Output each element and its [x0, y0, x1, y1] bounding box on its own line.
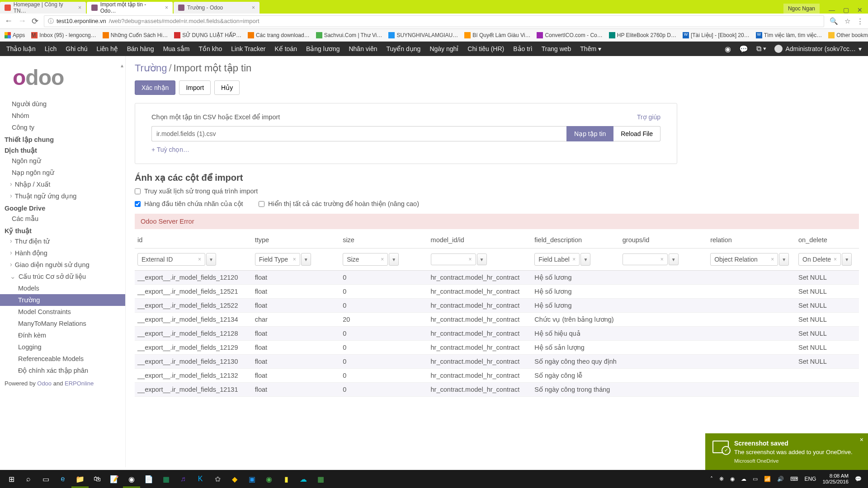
tray-icon[interactable]: ❋ — [719, 476, 724, 482]
nav-item[interactable]: Ngày nghỉ — [429, 45, 458, 52]
clear-icon[interactable]: × — [198, 256, 201, 263]
field-selector-relation[interactable]: Object Relation× — [710, 253, 778, 266]
nav-item[interactable]: Liên hệ — [97, 45, 118, 52]
bookmark-item[interactable]: WTìm việc làm, tìm việc… — [756, 32, 822, 38]
chevron-down-icon[interactable]: ▼ — [477, 253, 487, 265]
menu-icon[interactable]: ⋮ — [857, 17, 863, 25]
activities-icon[interactable]: ⧉ ▾ — [756, 45, 766, 53]
nav-item[interactable]: Chi tiêu (HR) — [467, 45, 504, 52]
explorer-icon[interactable]: 📁 — [71, 470, 89, 488]
field-selector-groups[interactable]: × — [623, 253, 668, 265]
app-icon[interactable]: ♬ — [175, 470, 192, 488]
browser-tab[interactable]: Trường - Odoo × — [174, 2, 259, 14]
reload-icon[interactable]: ⟳ — [32, 16, 38, 26]
debug-icon[interactable]: ◉ — [725, 45, 731, 53]
options-toggle[interactable]: + Tuỳ chọn… — [151, 146, 189, 153]
notifications-icon[interactable]: 💬 — [855, 476, 862, 482]
sidebar-item-attachments[interactable]: Đính kèm — [0, 329, 125, 341]
nav-item[interactable]: Kế toán — [275, 45, 297, 52]
cancel-button[interactable]: Hủy — [214, 80, 240, 95]
task-view-icon[interactable]: ▭ — [37, 470, 54, 488]
nav-item[interactable]: Ghi chú — [66, 45, 87, 52]
edge-icon[interactable]: e — [54, 470, 71, 488]
nav-item[interactable]: Bảng lương — [306, 45, 340, 52]
bookmark-item[interactable]: SUYNGHIVALAMGIAU… — [388, 32, 458, 38]
nav-item[interactable]: Bảo trì — [513, 45, 532, 52]
field-selector-ondelete[interactable]: On Delete× — [798, 253, 841, 266]
bookmark-item[interactable]: Bí Quyết Làm Giàu Vi… — [464, 32, 530, 38]
zoom-icon[interactable]: 🔍 — [830, 17, 838, 25]
help-link[interactable]: Trợ giúp — [637, 113, 660, 121]
tray-chevron-icon[interactable]: ˄ — [710, 476, 713, 482]
nav-item[interactable]: Link Tracker — [231, 45, 265, 52]
bookmark-item[interactable]: Các trang download… — [248, 32, 310, 38]
validate-button[interactable]: Xác nhận — [135, 80, 175, 95]
notepadpp-icon[interactable]: 📝 — [106, 470, 123, 488]
sidebar-item-import-export[interactable]: Nhập / Xuất — [0, 178, 125, 190]
start-button[interactable]: ⊞ — [3, 470, 20, 488]
nav-item[interactable]: Nhân viên — [349, 45, 377, 52]
load-file-button[interactable]: Nạp tập tin — [566, 126, 613, 141]
close-icon[interactable]: × — [78, 5, 81, 11]
info-icon[interactable]: ⓘ — [48, 17, 54, 25]
sidebar-item-constraints[interactable]: Model Constraints — [0, 306, 125, 318]
sidebar-item-groups[interactable]: Nhóm — [0, 110, 125, 122]
field-selector-ttype[interactable]: Field Type× — [255, 253, 300, 266]
ime-icon[interactable]: ENG — [804, 476, 816, 482]
store-icon[interactable]: 🛍 — [89, 470, 106, 488]
history-checkbox[interactable] — [135, 188, 141, 194]
chrome-icon[interactable]: ◉ — [123, 470, 140, 488]
forward-icon[interactable]: → — [18, 16, 26, 26]
onedrive-notification[interactable]: × Screenshot saved The screenshot was ad… — [705, 433, 868, 470]
app-icon[interactable]: K — [192, 470, 209, 488]
chevron-down-icon[interactable]: ▼ — [842, 253, 852, 266]
sidebar-item-fields[interactable]: Trường — [0, 294, 125, 306]
sidebar-item-email[interactable]: Thư điện tử — [0, 235, 125, 247]
bookmark-item[interactable]: Những Cuốn Sách Hi… — [103, 32, 168, 38]
sidebar-item-language[interactable]: Ngôn ngữ — [0, 155, 125, 167]
clear-icon[interactable]: × — [834, 256, 837, 263]
clear-icon[interactable]: × — [381, 256, 384, 263]
chevron-down-icon[interactable]: ▼ — [669, 253, 679, 265]
field-selector-model[interactable]: × — [431, 253, 476, 265]
chevron-down-icon[interactable]: ▼ — [301, 253, 311, 266]
field-selector-id[interactable]: External ID× — [137, 253, 205, 266]
scroll-up-icon[interactable]: ▴ — [121, 62, 123, 69]
first-row-checkbox[interactable] — [135, 201, 141, 207]
app-icon[interactable]: ▦ — [312, 470, 329, 488]
nav-item[interactable]: Bán hàng — [127, 45, 154, 52]
bookmark-item[interactable]: Sachvui.Com | Thư Vi… — [316, 32, 382, 38]
sidebar-item-decimal[interactable]: Độ chính xác thập phân — [0, 365, 125, 376]
maximize-icon[interactable]: ▢ — [843, 6, 849, 14]
url-input[interactable]: ⓘ test10.erponline.vn/web?debug=assets#m… — [44, 15, 824, 27]
apps-button[interactable]: Apps — [5, 32, 25, 38]
minimize-icon[interactable]: — — [829, 6, 835, 14]
erponline-link[interactable]: ERPOnline — [65, 380, 94, 387]
sticky-notes-icon[interactable]: ▮ — [278, 470, 295, 488]
app-icon[interactable]: ◉ — [260, 470, 278, 488]
bookmark-item[interactable]: HP EliteBook 2760p D… — [609, 32, 676, 38]
word-icon[interactable]: 📄 — [140, 470, 157, 488]
chevron-down-icon[interactable]: ▼ — [389, 253, 399, 266]
clear-icon[interactable]: × — [293, 256, 296, 263]
nav-item[interactable]: Tuyển dụng — [387, 45, 421, 52]
sidebar-item-db-structure[interactable]: Cấu trúc Cơ sở dữ liệu — [0, 271, 125, 282]
app-icon[interactable]: ◆ — [226, 470, 243, 488]
import-button[interactable]: Import — [179, 80, 211, 95]
close-icon[interactable]: × — [860, 436, 863, 443]
sidebar-item-models[interactable]: Models — [0, 282, 125, 294]
sidebar-item-actions[interactable]: Hành động — [0, 247, 125, 259]
volume-icon[interactable]: 🔊 — [777, 476, 784, 482]
browser-tab[interactable]: Homepage | Công ty TN… × — [0, 2, 86, 14]
close-icon[interactable]: ✕ — [857, 6, 863, 14]
nav-item[interactable]: Trang web — [542, 45, 571, 52]
sidebar-item-load-language[interactable]: Nạp ngôn ngữ — [0, 167, 125, 178]
chevron-down-icon[interactable]: ▼ — [206, 253, 216, 266]
excel-icon[interactable]: ▦ — [157, 470, 175, 488]
user-menu[interactable]: Administrator (sokv7cc… ▾ — [774, 45, 862, 53]
chevron-down-icon[interactable]: ▼ — [779, 253, 789, 266]
bookmark-item[interactable]: MInbox (95) - lengocng… — [31, 32, 96, 38]
reload-file-button[interactable]: Reload File — [613, 126, 660, 141]
nav-item[interactable]: Tồn kho — [198, 45, 222, 52]
odoo-link[interactable]: Odoo — [37, 380, 52, 387]
